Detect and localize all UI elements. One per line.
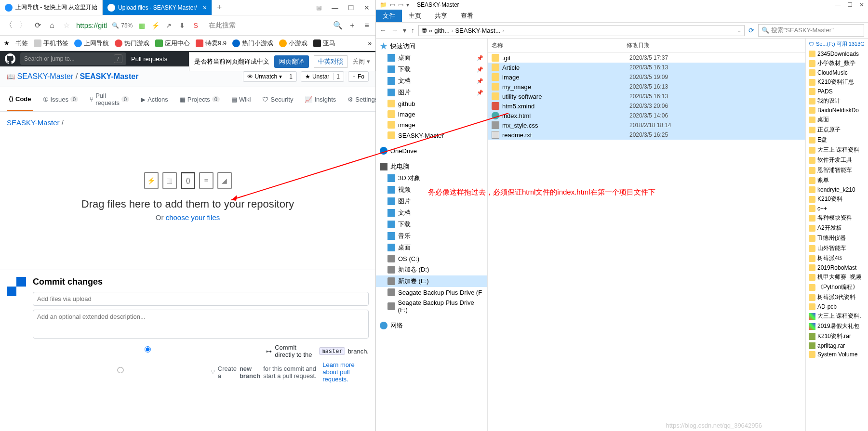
folder-item[interactable]: 山外智能车 (806, 243, 868, 253)
flash-icon[interactable]: ⚡ (151, 21, 160, 30)
folder-item[interactable]: TI德州仪器 (806, 233, 868, 243)
search-icon[interactable]: 🔍 (333, 21, 343, 30)
bookmark-item[interactable]: 书签 (15, 39, 28, 48)
path-breadcrumb[interactable]: ⛃ « gith... › SEASKY-Mast... › ⌄ (418, 25, 745, 36)
folder-item[interactable]: PADS (806, 87, 868, 96)
nav-item[interactable]: 下载 (376, 219, 487, 230)
ribbon-home-tab[interactable]: 主页 (402, 10, 428, 22)
network-section[interactable]: 网络 (376, 320, 487, 331)
url-text[interactable]: https://gitl (76, 21, 107, 29)
nav-item[interactable]: 图片📌 (376, 87, 487, 98)
nav-item[interactable]: 音乐 (376, 230, 487, 242)
download-icon[interactable]: ⬇ (178, 21, 187, 30)
maximize-icon[interactable]: ☐ (348, 4, 354, 12)
browser-tab[interactable]: 上网导航 - 轻快上网 从这里开始 (0, 0, 103, 15)
back-icon[interactable]: 〈 (4, 20, 13, 30)
tab-security[interactable]: 🛡 Security (260, 87, 295, 111)
folder-item[interactable]: 软件开发工具 (806, 155, 868, 165)
bookmark-item[interactable]: 亚马 (313, 39, 335, 48)
folder-item[interactable]: E盘 (806, 135, 868, 145)
learn-more-link[interactable]: Learn more about pull requests. (322, 361, 369, 383)
minimize-icon[interactable]: — (835, 1, 841, 8)
folder-item[interactable]: BaiduNetdiskDo (806, 106, 868, 115)
nav-pull-requests[interactable]: Pull requests (131, 55, 167, 63)
radio-branch[interactable] (33, 367, 208, 373)
maximize-icon[interactable]: ☐ (847, 1, 853, 8)
nav-item[interactable]: github (376, 98, 487, 109)
nav-item[interactable]: Seagate Backup Plus Drive (F (376, 287, 487, 298)
drive-header[interactable]: 🛡 Se...(F:) 可用 1313G (806, 39, 868, 50)
explorer-search[interactable]: 🔍 搜索"SEASKY-Master" (758, 24, 864, 37)
tab-actions[interactable]: ▶ Actions (139, 87, 170, 111)
nav-item[interactable]: OS (C:) (376, 253, 487, 264)
this-pc-section[interactable]: 此电脑 (376, 161, 487, 172)
nav-item[interactable]: 新加卷 (D:) (376, 264, 487, 275)
file-row[interactable]: htm5.xmind2020/3/3 20:06 (488, 101, 805, 111)
tab-projects[interactable]: ▦ Projects 0 (178, 87, 222, 111)
fork-button[interactable]: ⑂ Fo (348, 71, 369, 82)
browser-tab-active[interactable]: Upload files · SEASKY-Master/ × (103, 0, 212, 15)
bookmark-star-icon[interactable]: ★ (4, 39, 10, 47)
tab-issues[interactable]: ① Issues 0 (41, 87, 80, 111)
folder-item[interactable]: c++ (806, 204, 868, 213)
search-box[interactable]: 在此搜索 (205, 21, 328, 30)
bookmark-item[interactable]: 特卖9.9 (196, 39, 227, 48)
file-row[interactable]: my_image2020/3/5 16:13 (488, 82, 805, 91)
qat-icon[interactable]: ▭ (390, 1, 395, 8)
nav-item[interactable]: 图片 (376, 196, 487, 207)
reload-icon[interactable]: ⟳ (33, 21, 42, 30)
folder-item[interactable]: 恩智浦智能车 (806, 165, 868, 175)
nav-item[interactable]: image (376, 119, 487, 130)
qat-icon[interactable]: ▭ (398, 1, 403, 8)
forward-icon[interactable]: → (391, 26, 398, 34)
recent-icon[interactable]: ▾ (403, 26, 406, 34)
refresh-icon[interactable]: ⟳ (748, 26, 754, 34)
folder-item[interactable]: 账单 (806, 175, 868, 185)
folder-item[interactable]: 2019暑假大礼包 (806, 321, 868, 331)
menu-icon[interactable]: ≡ (362, 21, 372, 30)
close-window-icon[interactable]: ✕ (364, 4, 370, 12)
app-menu-icon[interactable]: ⊞ (316, 4, 322, 12)
tab-code[interactable]: ⟨⟩ Code (7, 87, 33, 111)
folder-item[interactable]: 树莓派4B (806, 253, 868, 263)
commit-description-input[interactable] (33, 310, 369, 339)
bookmark-item[interactable]: 热门游戏 (115, 39, 149, 48)
unwatch-button[interactable]: 👁 Unwatch ▾1 (243, 71, 297, 82)
commit-summary-input[interactable] (33, 292, 369, 306)
nav-item[interactable]: 文档📌 (376, 75, 487, 87)
choose-files-link[interactable]: choose your files (166, 213, 220, 222)
folder-item[interactable]: kendryte_k210 (806, 185, 868, 194)
repo-name-link[interactable]: SEASKY-Master (80, 72, 139, 80)
nav-item[interactable]: 桌面📌 (376, 52, 487, 64)
github-search[interactable]: Search or jump to... / (20, 52, 126, 65)
unstar-button[interactable]: ★ Unstar1 (301, 71, 344, 82)
nav-item[interactable]: 3D 对象 (376, 172, 487, 184)
commit-branch-option[interactable]: ⑂ Create a new branch for this commit an… (33, 361, 369, 383)
sogou-icon[interactable]: S (191, 21, 200, 30)
new-tab-button[interactable]: + (212, 0, 227, 15)
folder-item[interactable]: 正点原子 (806, 125, 868, 135)
nav-item[interactable]: SEASKY-Master (376, 130, 487, 141)
zoom-indicator[interactable]: 🔍 75% (112, 22, 133, 29)
radio-direct[interactable] (33, 346, 263, 353)
up-icon[interactable]: ↑ (411, 26, 414, 34)
folder-item[interactable]: A2开发板 (806, 223, 868, 233)
file-row[interactable]: .git2020/3/5 17:37 (488, 53, 805, 63)
bookmark-item[interactable]: 手机书签 (34, 39, 68, 48)
nav-item[interactable]: 新加卷 (E:) (376, 275, 487, 287)
file-drop-area[interactable]: ⚡ ▥ ⟨⟩ ≡ ◢ Drag files here to add them t… (7, 143, 369, 250)
compare-button[interactable]: 中英对照 (314, 55, 347, 68)
nav-item[interactable]: Seagate Backup Plus Drive (F:) (376, 298, 487, 315)
bookmark-item[interactable]: 上网导航 (74, 39, 109, 48)
folder-item[interactable]: 2019RoboMast (806, 263, 868, 272)
book-icon[interactable]: ▥ (137, 21, 146, 30)
folder-item[interactable]: AD-pcb (806, 302, 868, 311)
bookmark-item[interactable]: 小游戏 (279, 39, 307, 48)
folder-item[interactable]: 小学教材_数学 (806, 58, 868, 68)
tab-settings[interactable]: ⚙ Settings (346, 87, 380, 111)
file-row[interactable]: Article2020/3/5 16:13 (488, 63, 805, 72)
nav-item[interactable]: 文档 (376, 207, 487, 219)
col-date[interactable]: 修改日期 (623, 39, 690, 52)
file-row[interactable]: readme.txt2020/3/5 16:25 (488, 130, 805, 140)
nav-item[interactable]: image (376, 109, 487, 119)
